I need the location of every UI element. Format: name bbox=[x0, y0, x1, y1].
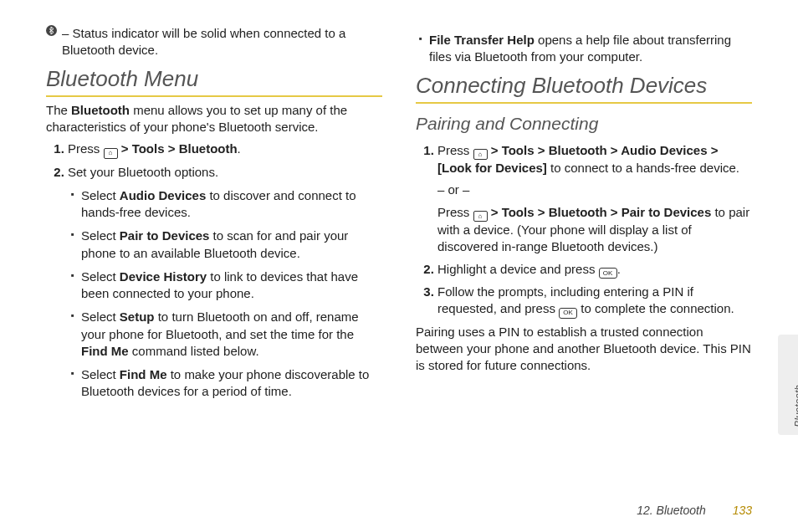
bluetooth-icon bbox=[46, 25, 57, 36]
separator: > bbox=[491, 143, 502, 157]
list-item: Press ⌂ > Tools > Bluetooth > Audio Devi… bbox=[437, 142, 752, 256]
text: . bbox=[617, 262, 621, 276]
list-item: Highlight a device and press OK. bbox=[437, 261, 752, 279]
text: Select bbox=[81, 309, 120, 324]
list-item: Select Device History to link to devices… bbox=[71, 269, 382, 303]
text-bold: Pair to Devices bbox=[120, 228, 210, 243]
text-bold: Bluetooth bbox=[71, 103, 130, 117]
text: command listed below. bbox=[129, 344, 259, 358]
page-number: 133 bbox=[733, 504, 752, 517]
text: to connect to a hands-free device. bbox=[547, 161, 739, 175]
text-bold: Tools bbox=[502, 143, 535, 157]
text-bold: Bluetooth bbox=[549, 143, 607, 157]
text-bold: Audio Devices bbox=[120, 188, 206, 202]
text-bold: Setup bbox=[120, 309, 155, 324]
separator: > bbox=[611, 143, 621, 157]
heading-connecting-bluetooth-devices: Connecting Bluetooth Devices bbox=[416, 73, 752, 104]
text-bold: Bluetooth bbox=[179, 141, 238, 156]
separator: > bbox=[491, 205, 502, 219]
separator: > bbox=[611, 205, 622, 219]
separator: > bbox=[711, 143, 719, 157]
list-item: Select Pair to Devices to scan for and p… bbox=[71, 228, 382, 262]
text: Highlight a device and press bbox=[437, 262, 599, 276]
separator: > bbox=[538, 205, 549, 219]
list-item: Select Find Me to make your phone discov… bbox=[71, 366, 382, 401]
heading-bluetooth-menu: Bluetooth Menu bbox=[46, 66, 382, 97]
footer-section: 12. Bluetooth bbox=[637, 504, 706, 517]
side-tab-label: Bluetooth bbox=[793, 385, 798, 427]
bluetooth-menu-intro: The Bluetooth menu allows you to set up … bbox=[46, 102, 382, 136]
menu-key-icon: ⌂ bbox=[473, 211, 488, 222]
pairing-steps: Press ⌂ > Tools > Bluetooth > Audio Devi… bbox=[416, 142, 752, 319]
pairing-outro: Pairing uses a PIN to establish a truste… bbox=[416, 324, 752, 375]
right-column: File Transfer Help opens a help file abo… bbox=[416, 25, 752, 477]
separator: > bbox=[121, 141, 132, 156]
menu-key-icon: ⌂ bbox=[104, 148, 118, 159]
text-bold: Find Me bbox=[81, 344, 129, 358]
status-indicator-line: – Status indicator will be solid when co… bbox=[46, 25, 382, 59]
heading-pairing-and-connecting: Pairing and Connecting bbox=[416, 114, 752, 134]
separator: > bbox=[168, 141, 179, 156]
text-bold: Audio Devices bbox=[621, 143, 707, 157]
page-content: – Status indicator will be solid when co… bbox=[0, 0, 798, 485]
ok-key-icon: OK bbox=[599, 268, 617, 279]
text: Set your Bluetooth options. bbox=[68, 165, 218, 179]
file-transfer-help-list: File Transfer Help opens a help file abo… bbox=[419, 32, 752, 66]
bluetooth-options-list: Select Audio Devices to discover and con… bbox=[71, 187, 382, 401]
or-separator: – or – bbox=[437, 182, 752, 198]
text-bold: Bluetooth bbox=[549, 205, 607, 219]
text: Press bbox=[437, 143, 473, 157]
text-bold: [Look for Devices] bbox=[437, 161, 547, 175]
text-bold: Find Me bbox=[120, 367, 167, 381]
page-footer: 12. Bluetooth 133 bbox=[637, 504, 752, 517]
menu-key-icon: ⌂ bbox=[473, 149, 488, 160]
text: Select bbox=[81, 367, 120, 381]
text: The bbox=[46, 103, 71, 117]
list-item: Select Audio Devices to discover and con… bbox=[71, 187, 382, 222]
ok-key-icon: OK bbox=[559, 308, 577, 319]
list-item: Select Setup to turn Bluetooth on and of… bbox=[71, 309, 382, 360]
text: Select bbox=[81, 188, 120, 202]
text: to complete the connection. bbox=[577, 301, 734, 315]
text: Press bbox=[437, 205, 473, 219]
bluetooth-menu-steps: Press ⌂ > Tools > Bluetooth. Set your Bl… bbox=[46, 141, 382, 401]
status-text: – Status indicator will be solid when co… bbox=[62, 25, 382, 59]
text-bold: Tools bbox=[132, 141, 165, 156]
text: Press bbox=[68, 141, 104, 156]
separator: > bbox=[538, 143, 549, 157]
text: Select bbox=[81, 228, 120, 243]
list-item: Follow the prompts, including entering a… bbox=[437, 284, 752, 319]
list-item: File Transfer Help opens a help file abo… bbox=[419, 32, 752, 66]
text-bold: Tools bbox=[502, 205, 535, 219]
text-bold: File Transfer Help bbox=[429, 33, 535, 47]
text-bold: Pair to Devices bbox=[622, 205, 712, 219]
left-column: – Status indicator will be solid when co… bbox=[46, 25, 382, 477]
list-item: Set your Bluetooth options. Select Audio… bbox=[68, 164, 382, 401]
text: Select bbox=[81, 269, 120, 284]
text-bold: Device History bbox=[120, 269, 207, 284]
list-item: Press ⌂ > Tools > Bluetooth. bbox=[68, 141, 382, 159]
